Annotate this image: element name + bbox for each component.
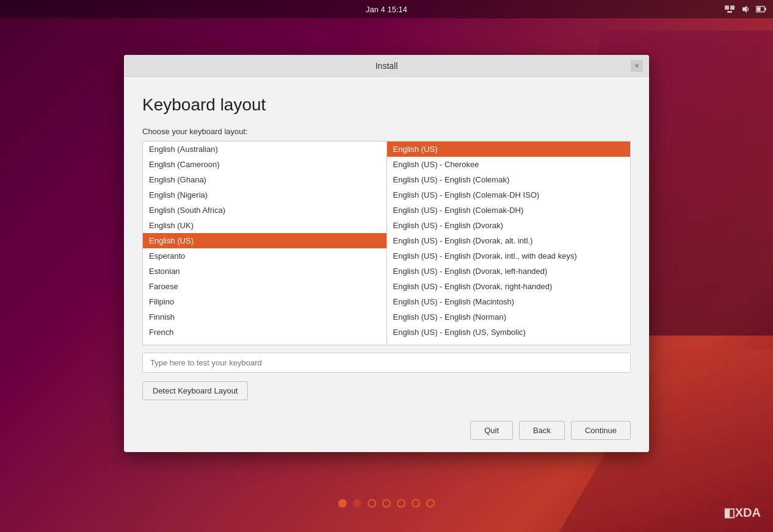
- list-item[interactable]: English (US) - English (US, Symbolic): [387, 325, 631, 340]
- list-item[interactable]: English (US): [143, 233, 386, 248]
- list-item[interactable]: French: [143, 325, 386, 340]
- list-item[interactable]: English (US) - English (US, alt. intl.): [387, 340, 631, 345]
- list-item[interactable]: English (US) - English (Macintosh): [387, 294, 631, 309]
- svg-marker-3: [742, 5, 747, 13]
- choose-label: Choose your keyboard layout:: [142, 127, 631, 136]
- battery-icon: [756, 5, 767, 13]
- progress-dots: [338, 499, 435, 508]
- topbar-icons: [724, 5, 767, 13]
- topbar: Jan 4 15:14: [0, 0, 773, 18]
- detect-keyboard-button[interactable]: Detect Keyboard Layout: [142, 381, 248, 400]
- dialog-titlebar: Install ×: [124, 55, 649, 77]
- list-item[interactable]: Estonian: [143, 264, 386, 279]
- layout-lists: English (Australian)English (Cameroon)En…: [142, 141, 631, 345]
- progress-dot: [426, 499, 435, 508]
- dialog-footer: Quit Back Continue: [124, 412, 649, 452]
- list-item[interactable]: English (US) - English (Colemak): [387, 172, 631, 187]
- list-item[interactable]: English (US) - Cherokee: [387, 157, 631, 172]
- list-item[interactable]: Esperanto: [143, 248, 386, 264]
- progress-dot: [397, 499, 405, 508]
- list-item[interactable]: English (US) - English (Colemak-DH): [387, 203, 631, 218]
- progress-dot: [382, 499, 391, 508]
- list-item[interactable]: English (Australian): [143, 142, 386, 157]
- language-list-panel[interactable]: English (Australian)English (Cameroon)En…: [143, 142, 387, 345]
- network-icon: [724, 5, 735, 13]
- variant-list-panel[interactable]: English (US)English (US) - CherokeeEngli…: [387, 142, 631, 345]
- list-item[interactable]: Faroese: [143, 279, 386, 294]
- dialog-body: Keyboard layout Choose your keyboard lay…: [124, 77, 649, 412]
- volume-icon: [740, 5, 751, 13]
- page-title: Keyboard layout: [142, 95, 631, 115]
- list-item[interactable]: English (South Africa): [143, 203, 386, 218]
- list-item[interactable]: English (US) - English (Norman): [387, 309, 631, 325]
- list-item[interactable]: English (US): [387, 142, 631, 157]
- svg-rect-2: [727, 11, 732, 13]
- dialog-title: Install: [376, 61, 398, 71]
- list-item[interactable]: Finnish: [143, 309, 386, 325]
- list-item[interactable]: English (US) - English (Dvorak, right-ha…: [387, 279, 631, 294]
- install-dialog: Install × Keyboard layout Choose your ke…: [124, 55, 649, 452]
- progress-dot: [368, 499, 376, 508]
- progress-dot: [353, 499, 361, 508]
- svg-rect-1: [730, 5, 735, 10]
- quit-button[interactable]: Quit: [470, 421, 513, 440]
- list-item[interactable]: Filipino: [143, 294, 386, 309]
- list-item[interactable]: English (US) - English (Dvorak, intl., w…: [387, 248, 631, 264]
- list-item[interactable]: English (US) - English (Colemak-DH ISO): [387, 187, 631, 203]
- list-item[interactable]: English (US) - English (Dvorak): [387, 218, 631, 233]
- progress-dot: [338, 499, 347, 508]
- svg-rect-5: [765, 8, 766, 11]
- continue-button[interactable]: Continue: [571, 421, 631, 440]
- back-button[interactable]: Back: [519, 421, 565, 440]
- list-item[interactable]: English (Cameroon): [143, 157, 386, 172]
- list-item[interactable]: English (US) - English (Dvorak, alt. int…: [387, 233, 631, 248]
- topbar-datetime: Jan 4 15:14: [366, 5, 407, 14]
- progress-dot: [412, 499, 420, 508]
- list-item[interactable]: English (US) - English (Dvorak, left-han…: [387, 264, 631, 279]
- list-item[interactable]: English (UK): [143, 218, 386, 233]
- keyboard-test-input[interactable]: [142, 353, 631, 373]
- svg-rect-6: [757, 7, 760, 11]
- list-item[interactable]: English (Ghana): [143, 172, 386, 187]
- svg-rect-0: [725, 5, 729, 10]
- close-button[interactable]: ×: [631, 60, 643, 72]
- list-item[interactable]: English (Nigeria): [143, 187, 386, 203]
- xda-logo: ◧XDA: [724, 505, 761, 520]
